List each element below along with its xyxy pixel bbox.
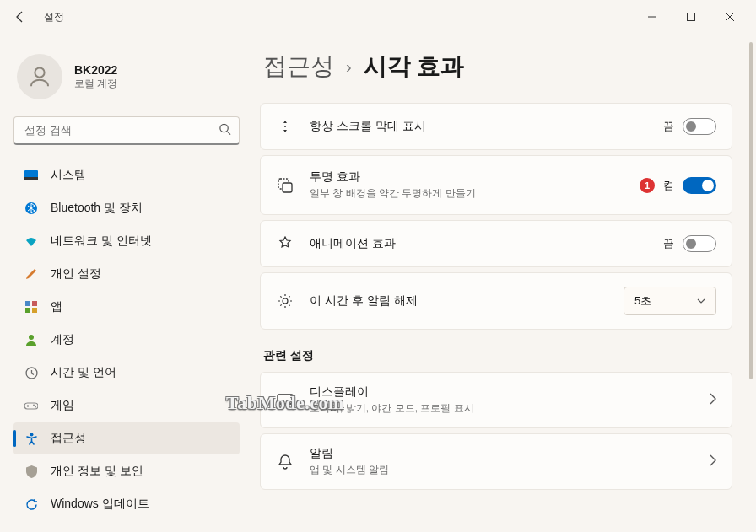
chevron-right-icon: ›	[346, 57, 352, 77]
search-icon	[219, 123, 231, 139]
dismiss-time-select[interactable]: 5초	[624, 287, 716, 315]
setting-label: 애니메이션 효과	[310, 236, 648, 251]
svg-line-26	[280, 296, 281, 297]
page-title: 시각 효과	[364, 51, 465, 83]
svg-point-21	[283, 298, 288, 304]
nav-privacy[interactable]: 개인 정보 및 보안	[14, 455, 240, 487]
scrollbar-thumb[interactable]	[749, 42, 753, 379]
svg-point-17	[30, 433, 33, 436]
window-title: 설정	[44, 10, 64, 24]
chevron-right-icon	[710, 393, 716, 408]
svg-line-27	[289, 304, 289, 305]
shield-icon	[24, 464, 39, 479]
svg-rect-14	[24, 403, 38, 409]
chevron-right-icon	[710, 454, 716, 470]
svg-rect-20	[283, 183, 292, 192]
setting-label: 투명 효과	[310, 169, 624, 185]
transparency-icon	[276, 176, 294, 195]
svg-point-2	[35, 67, 44, 77]
nav-label: 계정	[51, 332, 74, 347]
svg-rect-11	[32, 308, 37, 313]
sidebar: BK2022 로컬 계정 시스템 Bluetooth 및 장치 네트워크 및 인…	[0, 34, 253, 532]
link-label: 알림	[310, 446, 694, 461]
wifi-icon	[24, 234, 39, 249]
brush-icon	[24, 266, 39, 282]
nav-bluetooth[interactable]: Bluetooth 및 장치	[14, 192, 240, 224]
nav-gaming[interactable]: 게임	[14, 390, 240, 422]
svg-rect-6	[24, 177, 38, 180]
nav-label: 시간 및 언어	[51, 365, 116, 380]
breadcrumb-root[interactable]: 접근성	[263, 51, 334, 83]
link-sub: 앱 및 시스템 알림	[310, 463, 694, 477]
back-button[interactable]	[7, 3, 34, 30]
clock-icon	[24, 365, 39, 380]
nav-time-language[interactable]: 시간 및 언어	[14, 357, 240, 389]
breadcrumb: 접근성 › 시각 효과	[260, 51, 732, 83]
svg-line-29	[289, 296, 289, 297]
nav-accessibility[interactable]: 접근성	[14, 422, 240, 454]
setting-transparency: 투명 효과 일부 창 배경을 약간 투명하게 만들기 1 켬	[260, 155, 732, 215]
nav-label: 개인 설정	[51, 266, 101, 282]
close-icon	[726, 13, 734, 21]
svg-line-4	[227, 132, 230, 135]
related-display[interactable]: 디스플레이 모니터, 밝기, 야간 모드, 프로필 표시	[260, 372, 732, 428]
related-notifications[interactable]: 알림 앱 및 시스템 알림	[260, 433, 732, 490]
scrollbars-toggle[interactable]	[683, 118, 716, 135]
display-icon	[276, 391, 294, 410]
toggle-state: 끔	[663, 119, 674, 134]
svg-point-16	[35, 406, 36, 407]
nav-list: 시스템 Bluetooth 및 장치 네트워크 및 인터넷 개인 설정 앱 계정…	[10, 159, 243, 532]
setting-sub: 일부 창 배경을 약간 투명하게 만들기	[310, 186, 624, 201]
setting-scrollbars: 항상 스크롤 막대 표시 끔	[260, 103, 732, 150]
avatar	[17, 54, 62, 99]
toggle-state: 끔	[663, 236, 674, 251]
animation-toggle[interactable]	[683, 235, 716, 252]
transparency-toggle[interactable]	[683, 177, 716, 194]
svg-point-3	[220, 124, 228, 132]
minimize-icon	[648, 13, 656, 21]
search-input[interactable]	[14, 116, 240, 145]
nav-windows-update[interactable]: Windows 업데이트	[14, 488, 240, 520]
svg-rect-1	[688, 13, 695, 21]
related-heading: 관련 설정	[263, 348, 732, 363]
main-content: 접근성 › 시각 효과 항상 스크롤 막대 표시 끔 투명 효과 일부 창 배경…	[253, 34, 756, 532]
svg-point-18	[284, 126, 286, 127]
scrollbar[interactable]	[749, 42, 753, 525]
setting-label: 항상 스크롤 막대 표시	[310, 119, 648, 134]
nav-apps[interactable]: 앱	[14, 291, 240, 323]
nav-label: Windows 업데이트	[51, 497, 149, 512]
setting-dismiss-notifications: 이 시간 후 알림 해제 5초	[260, 272, 732, 330]
svg-point-15	[33, 404, 35, 406]
bluetooth-icon	[24, 201, 39, 216]
annotation-badge: 1	[640, 178, 655, 193]
nav-label: 앱	[51, 299, 62, 314]
nav-label: 게임	[51, 398, 74, 413]
maximize-icon	[687, 13, 695, 21]
setting-label: 이 시간 후 알림 해제	[310, 293, 608, 309]
nav-personalization[interactable]: 개인 설정	[14, 258, 240, 290]
select-value: 5초	[634, 293, 651, 309]
titlebar: 설정	[0, 0, 756, 34]
minimize-button[interactable]	[633, 3, 672, 30]
profile-block[interactable]: BK2022 로컬 계정	[10, 47, 243, 116]
nav-label: Bluetooth 및 장치	[51, 201, 143, 216]
close-button[interactable]	[710, 3, 749, 30]
setting-animation: 애니메이션 효과 끔	[260, 220, 732, 267]
svg-rect-30	[278, 395, 293, 404]
nav-accounts[interactable]: 계정	[14, 324, 240, 356]
person-icon	[24, 332, 39, 347]
svg-rect-10	[25, 308, 30, 313]
accessibility-icon	[24, 431, 39, 446]
game-icon	[24, 398, 39, 413]
chevron-down-icon	[697, 298, 705, 304]
maximize-button[interactable]	[672, 3, 710, 30]
nav-label: 접근성	[51, 431, 86, 446]
update-icon	[24, 497, 39, 512]
apps-icon	[24, 299, 39, 314]
nav-system[interactable]: 시스템	[14, 159, 240, 191]
link-label: 디스플레이	[310, 384, 694, 400]
svg-point-12	[29, 335, 34, 340]
nav-label: 네트워크 및 인터넷	[51, 234, 152, 249]
nav-network[interactable]: 네트워크 및 인터넷	[14, 225, 240, 257]
profile-subtitle: 로컬 계정	[74, 77, 117, 91]
